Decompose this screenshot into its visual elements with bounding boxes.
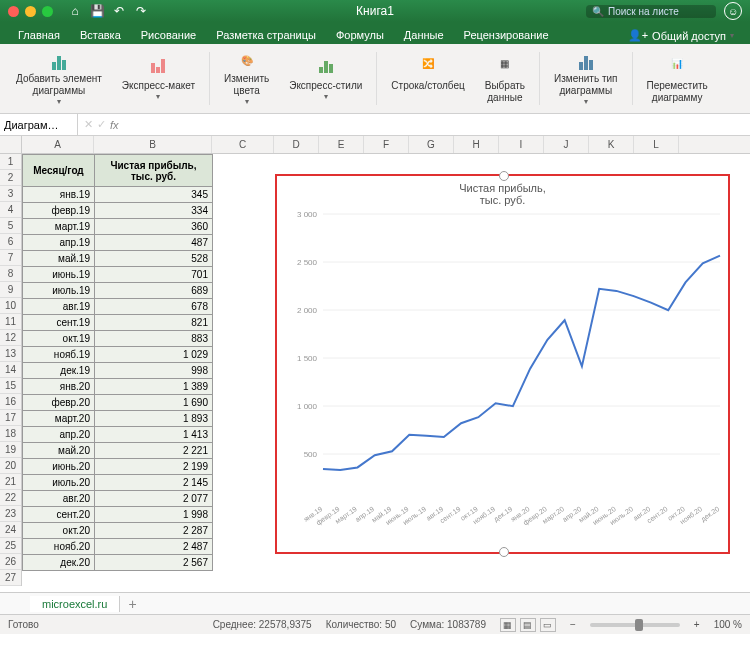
chevron-down-icon: ▾ xyxy=(57,97,61,107)
tab-review[interactable]: Рецензирование xyxy=(454,26,559,44)
table-row[interactable]: февр.19334 xyxy=(23,203,213,219)
chart-title[interactable]: Чистая прибыль, тыс. руб. xyxy=(277,176,728,208)
table-row[interactable]: авг.202 077 xyxy=(23,491,213,507)
tab-formulas[interactable]: Формулы xyxy=(326,26,394,44)
formula-bar-row: Диаграм… ✕ ✓ fx xyxy=(0,114,750,136)
ribbon-tabs: Главная Вставка Рисование Разметка стран… xyxy=(0,22,750,44)
table-row[interactable]: февр.201 690 xyxy=(23,395,213,411)
close-icon[interactable] xyxy=(8,6,19,17)
chart-object[interactable]: Чистая прибыль, тыс. руб. 5001 0001 5002… xyxy=(275,174,730,554)
confirm-icon[interactable]: ✓ xyxy=(97,118,106,131)
switch-icon: 🔀 xyxy=(414,50,442,78)
add-sheet-button[interactable]: + xyxy=(120,596,144,612)
svg-text:3 000: 3 000 xyxy=(297,210,318,219)
feedback-icon[interactable]: ☺ xyxy=(724,2,742,20)
chart-plot-area[interactable]: 5001 0001 5002 0002 5003 000янв.19февр.1… xyxy=(277,208,732,548)
undo-icon[interactable]: ↶ xyxy=(111,3,127,19)
svg-text:1 500: 1 500 xyxy=(297,354,318,363)
share-button[interactable]: 👤+ Общий доступ ▾ xyxy=(620,27,742,44)
table-row[interactable]: окт.19883 xyxy=(23,331,213,347)
window-controls xyxy=(8,6,53,17)
tab-home[interactable]: Главная xyxy=(8,26,70,44)
svg-text:дек.20: дек.20 xyxy=(700,505,722,524)
worksheet[interactable]: 1234567891011121314151617181920212223242… xyxy=(0,136,750,592)
tab-data[interactable]: Данные xyxy=(394,26,454,44)
zoom-slider[interactable] xyxy=(590,623,680,627)
quick-access-toolbar: ⌂ 💾 ↶ ↷ xyxy=(67,3,149,19)
express-styles-button[interactable]: Экспресс-стили ▾ xyxy=(281,48,370,109)
zoom-in-button[interactable]: + xyxy=(694,619,700,630)
chevron-down-icon: ▾ xyxy=(156,92,160,102)
table-row[interactable]: дек.19998 xyxy=(23,363,213,379)
select-all-corner[interactable] xyxy=(0,136,22,154)
zoom-out-button[interactable]: − xyxy=(570,619,576,630)
svg-text:500: 500 xyxy=(304,450,318,459)
change-chart-type-button[interactable]: Изменить тип диаграммы ▾ xyxy=(546,48,625,109)
table-row[interactable]: янв.19345 xyxy=(23,187,213,203)
select-data-button[interactable]: ▦ Выбрать данные xyxy=(477,48,533,109)
chevron-down-icon: ▾ xyxy=(584,97,588,107)
table-row[interactable]: сент.201 998 xyxy=(23,507,213,523)
maximize-icon[interactable] xyxy=(42,6,53,17)
person-icon: 👤+ xyxy=(628,29,648,42)
search-input[interactable]: 🔍 Поиск на листе xyxy=(586,5,716,18)
table-row[interactable]: март.19360 xyxy=(23,219,213,235)
tab-draw[interactable]: Рисование xyxy=(131,26,206,44)
svg-text:1 000: 1 000 xyxy=(297,402,318,411)
table-row[interactable]: авг.19678 xyxy=(23,299,213,315)
table-row[interactable]: дек.202 567 xyxy=(23,555,213,571)
zoom-level[interactable]: 100 % xyxy=(714,619,742,630)
status-sum: Сумма: 1083789 xyxy=(410,619,486,630)
page-layout-icon[interactable]: ▤ xyxy=(520,618,536,632)
sheet-tabs-bar: microexcel.ru + xyxy=(0,592,750,614)
table-row[interactable]: июль.202 145 xyxy=(23,475,213,491)
table-row[interactable]: янв.201 389 xyxy=(23,379,213,395)
column-headers[interactable]: ABCDEFGHIJKL xyxy=(22,136,750,154)
save-icon[interactable]: 💾 xyxy=(89,3,105,19)
table-row[interactable]: нояб.202 487 xyxy=(23,539,213,555)
chevron-down-icon: ▾ xyxy=(730,31,734,40)
table-row[interactable]: сент.19821 xyxy=(23,315,213,331)
move-chart-button[interactable]: 📊 Переместить диаграмму xyxy=(639,48,716,109)
change-colors-button[interactable]: 🎨 Изменить цвета ▾ xyxy=(216,48,277,109)
status-ready: Готово xyxy=(8,619,39,630)
minimize-icon[interactable] xyxy=(25,6,36,17)
ribbon: Добавить элемент диаграммы ▾ Экспресс-ма… xyxy=(0,44,750,114)
add-chart-element-button[interactable]: Добавить элемент диаграммы ▾ xyxy=(8,48,110,109)
switch-row-col-button[interactable]: 🔀 Строка/столбец xyxy=(383,48,472,109)
titlebar: ⌂ 💾 ↶ ↷ Книга1 🔍 Поиск на листе ☺ xyxy=(0,0,750,22)
redo-icon[interactable]: ↷ xyxy=(133,3,149,19)
table-row[interactable]: май.19528 xyxy=(23,251,213,267)
palette-icon: 🎨 xyxy=(233,50,261,71)
data-table[interactable]: Месяц/годЧистая прибыль, тыс. руб.янв.19… xyxy=(22,154,213,571)
tab-layout[interactable]: Разметка страницы xyxy=(206,26,326,44)
table-row[interactable]: окт.202 287 xyxy=(23,523,213,539)
express-layout-button[interactable]: Экспресс-макет ▾ xyxy=(114,48,203,109)
page-break-icon[interactable]: ▭ xyxy=(540,618,556,632)
move-icon: 📊 xyxy=(663,50,691,78)
table-row[interactable]: июнь.19701 xyxy=(23,267,213,283)
table-row[interactable]: апр.19487 xyxy=(23,235,213,251)
tab-insert[interactable]: Вставка xyxy=(70,26,131,44)
table-row[interactable]: июнь.202 199 xyxy=(23,459,213,475)
chevron-down-icon: ▾ xyxy=(324,92,328,102)
table-row[interactable]: нояб.191 029 xyxy=(23,347,213,363)
home-icon[interactable]: ⌂ xyxy=(67,3,83,19)
sheet-tab[interactable]: microexcel.ru xyxy=(30,596,120,612)
table-row[interactable]: май.202 221 xyxy=(23,443,213,459)
status-average: Среднее: 22578,9375 xyxy=(213,619,312,630)
svg-text:2 500: 2 500 xyxy=(297,258,318,267)
cancel-icon[interactable]: ✕ xyxy=(84,118,93,131)
table-row[interactable]: апр.201 413 xyxy=(23,427,213,443)
table-row[interactable]: июль.19689 xyxy=(23,283,213,299)
row-headers[interactable]: 1234567891011121314151617181920212223242… xyxy=(0,154,22,586)
search-icon: 🔍 xyxy=(592,6,604,17)
normal-view-icon[interactable]: ▦ xyxy=(500,618,516,632)
view-mode-icons[interactable]: ▦ ▤ ▭ xyxy=(500,618,556,632)
table-row[interactable]: март.201 893 xyxy=(23,411,213,427)
grid-icon: ▦ xyxy=(491,50,519,78)
status-bar: Готово Среднее: 22578,9375 Количество: 5… xyxy=(0,614,750,634)
name-box[interactable]: Диаграм… xyxy=(0,114,78,135)
fx-icon[interactable]: fx xyxy=(110,119,119,131)
document-title: Книга1 xyxy=(356,4,394,18)
